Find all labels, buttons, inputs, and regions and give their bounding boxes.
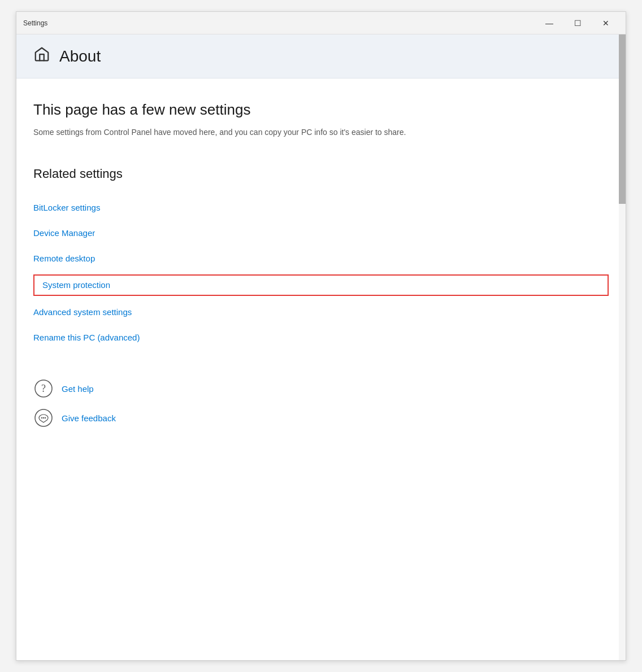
main-content: This page has a few new settings Some se… <box>16 78 626 660</box>
give-feedback-row: Give feedback <box>33 408 609 428</box>
give-feedback-link[interactable]: Give feedback <box>62 413 116 423</box>
feedback-icon <box>33 408 54 428</box>
title-bar: Settings — ☐ ✕ <box>16 12 626 34</box>
page-header: About <box>16 34 626 78</box>
get-help-row: ? Get help <box>33 378 609 399</box>
svg-point-3 <box>41 417 42 418</box>
page-title: About <box>59 47 101 66</box>
new-settings-heading: This page has a few new settings <box>33 101 609 119</box>
scrollbar-track <box>619 34 626 660</box>
link-rename-pc[interactable]: Rename this PC (advanced) <box>33 325 609 350</box>
get-help-link[interactable]: Get help <box>62 384 94 394</box>
window-controls: — ☐ ✕ <box>536 14 619 32</box>
system-protection-highlight: System protection <box>33 274 609 296</box>
bottom-section: ? Get help Give feedback <box>33 378 609 428</box>
home-icon <box>33 46 50 67</box>
svg-point-5 <box>45 417 46 418</box>
related-settings-heading: Related settings <box>33 167 609 181</box>
link-system-protection[interactable]: System protection <box>42 280 110 290</box>
svg-text:?: ? <box>41 383 46 394</box>
maximize-button[interactable]: ☐ <box>565 14 591 32</box>
link-advanced-system[interactable]: Advanced system settings <box>33 299 609 325</box>
link-remote-desktop[interactable]: Remote desktop <box>33 246 609 271</box>
new-settings-desc: Some settings from Control Panel have mo… <box>33 126 429 138</box>
window-title: Settings <box>23 19 536 27</box>
minimize-button[interactable]: — <box>536 14 562 32</box>
link-bitlocker[interactable]: BitLocker settings <box>33 195 609 220</box>
close-button[interactable]: ✕ <box>593 14 619 32</box>
help-icon: ? <box>33 378 54 399</box>
svg-point-4 <box>43 417 44 418</box>
settings-window: Settings — ☐ ✕ About This page has a few… <box>16 11 626 661</box>
link-device-manager[interactable]: Device Manager <box>33 220 609 246</box>
scrollbar-thumb[interactable] <box>619 34 626 204</box>
related-links-list: BitLocker settings Device Manager Remote… <box>33 195 609 350</box>
